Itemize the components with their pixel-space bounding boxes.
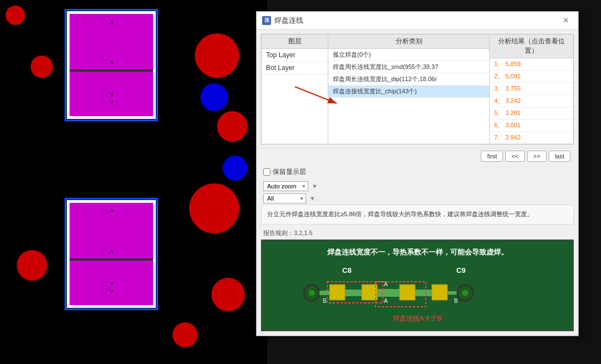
close-button[interactable]: ×: [559, 14, 573, 27]
layer-header: 图层: [262, 34, 328, 49]
result-column: 分析结果（点击查看位置） 1、 5.859 2、 5.091 3、 3.755 …: [490, 34, 573, 144]
analysis-item-1[interactable]: 焊盘周长连线宽度比_smd(955个,39.37: [328, 61, 489, 73]
svg-rect-13: [400, 285, 415, 300]
controls-row: 保留显示层: [261, 164, 574, 180]
dialog-titlebar: 连 焊盘连线 ×: [257, 12, 578, 29]
preserve-layer-checkbox[interactable]: 保留显示层: [263, 167, 306, 177]
svg-rect-10: [377, 289, 400, 297]
svg-rect-9: [362, 285, 377, 300]
svg-rect-16: [447, 291, 457, 295]
dialog-app-icon: 连: [262, 16, 271, 25]
last-button[interactable]: last: [549, 151, 570, 162]
warning-text-area: 分立元件焊盘连线宽度差比≥5.86倍，焊盘导线较大的导热系数快，建议将焊盘连线调…: [261, 205, 574, 225]
pcb-diagram-title: 焊盘连线宽度不一，导热系数不一样，可能会导致虚焊。: [269, 247, 566, 257]
pcb-background: ∧ ∧ ∨ ∨ ∧ ∧ ∨ ∨: [0, 0, 267, 364]
svg-text:B: B: [454, 298, 458, 304]
dropdown-arrow-1: ▼: [312, 183, 318, 190]
blue-circle-2: [223, 156, 248, 181]
pcb-unit-top: ∧ ∧ ∨ ∨: [67, 11, 156, 119]
svg-text:B: B: [323, 298, 327, 304]
red-circle-7: [17, 250, 47, 281]
result-item-1[interactable]: 1、 5.859: [490, 58, 573, 71]
result-item-2[interactable]: 2、 5.091: [490, 71, 573, 83]
red-circle-1: [195, 33, 239, 78]
red-circle-6: [6, 6, 25, 25]
svg-text:C9: C9: [456, 266, 466, 275]
result-item-3[interactable]: 3、 3.755: [490, 83, 573, 95]
analysis-header: 分析类别: [328, 34, 489, 49]
report-rule: 报告规则：3,2,1.5: [261, 227, 574, 240]
svg-point-18: [462, 290, 469, 296]
zoom-select-wrapper: Auto zoom Fit All 50% 100%: [263, 181, 308, 191]
prev-button[interactable]: <<: [505, 151, 525, 162]
result-header: 分析结果（点击查看位置）: [490, 34, 573, 58]
dropdown-arrow-2: ▼: [309, 195, 316, 202]
svg-rect-8: [345, 290, 362, 296]
main-dialog: 连 焊盘连线 × 图层 Top Layer Bot Layer 分析类别 孤立焊…: [256, 11, 579, 336]
layer-bot[interactable]: Bot Layer: [262, 62, 328, 74]
pcb-diagram: 焊盘连线宽度不一，导热系数不一样，可能会导致虚焊。 C8 C9: [261, 240, 574, 331]
svg-rect-15: [432, 285, 447, 300]
red-circle-5: [173, 322, 198, 347]
result-item-7[interactable]: 7、 2.942: [490, 132, 573, 144]
zoom-select[interactable]: Auto zoom Fit All 50% 100%: [263, 181, 308, 191]
svg-rect-6: [319, 291, 329, 295]
pcb-diagram-svg: C8 C9 A: [278, 265, 556, 310]
red-circle-4: [211, 278, 245, 311]
red-circle-3: [189, 183, 239, 233]
svg-rect-14: [415, 290, 432, 296]
svg-text:A: A: [384, 298, 388, 304]
layer-select-wrapper: All Top Layer Bot Layer: [263, 193, 306, 203]
dialog-title: 焊盘连线: [274, 16, 303, 26]
next-button[interactable]: >>: [527, 151, 546, 162]
result-item-6[interactable]: 6、 3.001: [490, 119, 573, 132]
layer-column: 图层 Top Layer Bot Layer: [262, 34, 328, 144]
result-item-5[interactable]: 5、 3.201: [490, 107, 573, 119]
preserve-layer-input[interactable]: [263, 168, 270, 176]
result-item-4[interactable]: 4、 3.242: [490, 95, 573, 107]
analysis-column: 分析类别 孤立焊盘(0个) 焊盘周长连线宽度比_smd(955个,39.37 焊…: [328, 34, 490, 144]
blue-circle-1: [200, 83, 228, 111]
analysis-item-0[interactable]: 孤立焊盘(0个): [328, 49, 489, 61]
layer-filter-select[interactable]: All Top Layer Bot Layer: [263, 193, 306, 203]
layer-filter-row: All Top Layer Bot Layer ▼: [261, 192, 574, 205]
nav-buttons-row: first << >> last: [261, 148, 574, 164]
analysis-item-2[interactable]: 焊盘周长连线宽度比_dip(112个,18.06r: [328, 73, 489, 86]
svg-rect-7: [329, 285, 345, 300]
svg-text:C8: C8: [342, 266, 352, 275]
zoom-dropdown-row: Auto zoom Fit All 50% 100% ▼: [261, 180, 574, 192]
pcb-diagram-content: C8 C9 A: [269, 265, 566, 310]
svg-point-5: [308, 290, 315, 296]
pcb-unit-bottom: ∧ ∧ ∨ ∨: [67, 200, 156, 308]
red-circle-8: [31, 56, 53, 78]
analysis-item-3[interactable]: 焊盘连接线宽度比_chip(143个): [328, 86, 489, 98]
dialog-body: 图层 Top Layer Bot Layer 分析类别 孤立焊盘(0个) 焊盘周…: [257, 29, 578, 336]
red-circle-2: [217, 111, 248, 142]
analysis-table: 图层 Top Layer Bot Layer 分析类别 孤立焊盘(0个) 焊盘周…: [261, 34, 574, 144]
layer-top[interactable]: Top Layer: [262, 49, 328, 62]
pcb-diagram-footer: 焊盘连线A大于B: [269, 314, 566, 323]
first-button[interactable]: first: [481, 151, 503, 162]
